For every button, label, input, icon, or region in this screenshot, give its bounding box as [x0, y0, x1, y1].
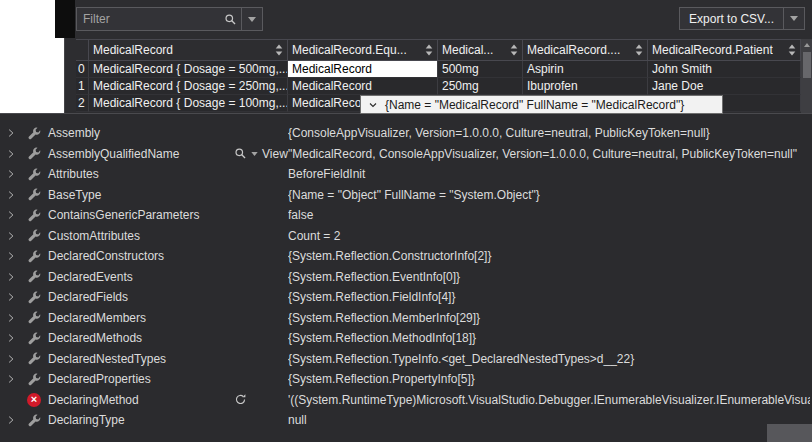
property-row[interactable]: DeclaredNestedTypes {System.Reflection.T…	[0, 349, 812, 370]
property-row[interactable]: CustomAttributes Count = 2	[0, 226, 812, 247]
datatip-header[interactable]: {Name = "MedicalRecord" FullName = "Medi…	[360, 95, 723, 114]
refresh-button[interactable]	[234, 393, 247, 406]
scroll-up-arrow-icon	[804, 43, 810, 47]
property-icon	[27, 413, 41, 427]
property-row[interactable]: AssemblyQualifiedName View "MedicalRecor…	[0, 144, 812, 165]
property-row[interactable]: DeclaredMembers {System.Reflection.Membe…	[0, 308, 812, 329]
expand-chevron-icon[interactable]	[5, 271, 17, 283]
column-header[interactable]: MedicalRecord....	[523, 40, 648, 60]
filter-box[interactable]	[76, 7, 263, 31]
expand-chevron-icon[interactable]	[5, 373, 17, 385]
view-button[interactable]: View	[234, 147, 288, 161]
property-value: BeforeFieldInit	[288, 167, 810, 181]
expand-chevron-icon[interactable]	[5, 312, 17, 324]
expand-chevron-icon[interactable]	[5, 353, 17, 365]
editor-fragment	[55, 0, 75, 38]
property-icon	[27, 208, 41, 222]
table-header: MedicalRecord MedicalRecord.Equ... Medic…	[76, 39, 812, 61]
cell-equ[interactable]: MedicalRecord	[288, 61, 438, 78]
property-row[interactable]: ContainsGenericParameters false	[0, 205, 812, 226]
expand-chevron-icon[interactable]	[5, 291, 17, 303]
property-row[interactable]: DeclaredConstructors {System.Reflection.…	[0, 246, 812, 267]
property-row[interactable]: DeclaredFields {System.Reflection.FieldI…	[0, 287, 812, 308]
property-row[interactable]: Assembly {ConsoleAppVisualizer, Version=…	[0, 123, 812, 144]
column-header-label: MedicalRecord.Equ...	[292, 43, 407, 57]
cell-medicalrecord[interactable]: MedicalRecord { Dosage = 250mg,...	[89, 78, 288, 95]
expand-chevron-icon[interactable]	[5, 168, 17, 180]
sort-icon	[510, 44, 518, 56]
column-header-label: MedicalRecord....	[527, 43, 620, 57]
column-header[interactable]: Medical...	[438, 40, 523, 60]
property-value: {Name = "Object" FullName = "System.Obje…	[288, 188, 810, 202]
property-name: DeclaringType	[48, 413, 125, 427]
property-panel: Assembly {ConsoleAppVisualizer, Version=…	[0, 113, 812, 442]
property-name: ContainsGenericParameters	[48, 208, 199, 222]
column-header[interactable]: MedicalRecord	[89, 40, 288, 60]
expand-chevron-icon[interactable]	[5, 189, 17, 201]
view-button-label: View	[262, 147, 288, 161]
property-name: DeclaredConstructors	[48, 249, 164, 263]
property-row[interactable]: DeclaredMethods {System.Reflection.Metho…	[0, 328, 812, 349]
property-value: '((System.RuntimeType)Microsoft.VisualSt…	[288, 393, 810, 407]
column-header-label: MedicalRecord.Patient	[652, 43, 773, 57]
sort-icon	[635, 44, 643, 56]
expand-chevron-icon[interactable]	[5, 209, 17, 221]
action-slot: View	[234, 144, 288, 165]
search-icon[interactable]	[220, 13, 241, 26]
export-label: Export to CSV...	[680, 12, 783, 26]
property-name: Assembly	[48, 126, 100, 140]
cell-medication[interactable]: Ibuprofen	[523, 78, 648, 95]
property-name: BaseType	[48, 188, 101, 202]
property-value: {System.Reflection.MemberInfo[29]}	[288, 311, 810, 325]
export-to-csv-button[interactable]: Export to CSV...	[679, 7, 805, 30]
collapse-chevron-icon[interactable]	[367, 99, 379, 111]
property-name: DeclaredMembers	[48, 311, 146, 325]
scrollbar-corner[interactable]	[767, 424, 812, 442]
property-row[interactable]: Attributes BeforeFieldInit	[0, 164, 812, 185]
cell-medicalrecord[interactable]: MedicalRecord { Dosage = 500mg,...	[89, 61, 288, 78]
column-header[interactable]: MedicalRecord.Patient	[648, 40, 801, 60]
cell-dosage[interactable]: 250mg	[438, 78, 523, 95]
expand-chevron-icon[interactable]	[5, 148, 17, 160]
table-scrollbar[interactable]	[801, 39, 812, 115]
table-row[interactable]: 1 MedicalRecord { Dosage = 250mg,... Med…	[76, 78, 812, 95]
cell-patient[interactable]: Jane Doe	[648, 78, 801, 95]
property-value: {System.Reflection.PropertyInfo[5]}	[288, 372, 810, 386]
property-name: DeclaredMethods	[48, 331, 142, 345]
cell-patient[interactable]: John Smith	[648, 61, 801, 78]
property-value: {System.Reflection.EventInfo[0]}	[288, 270, 810, 284]
table-row[interactable]: 0 MedicalRecord { Dosage = 500mg,... Med…	[76, 61, 812, 78]
filter-input[interactable]	[77, 12, 220, 26]
property-name: DeclaringMethod	[48, 393, 139, 407]
property-name: DeclaredEvents	[48, 270, 133, 284]
column-header-label: MedicalRecord	[93, 43, 173, 57]
property-icon	[27, 311, 41, 325]
property-row[interactable]: DeclaredProperties {System.Reflection.Pr…	[0, 369, 812, 390]
property-value: {ConsoleAppVisualizer, Version=1.0.0.0, …	[288, 126, 810, 140]
property-name: CustomAttributes	[48, 229, 140, 243]
expand-chevron-icon[interactable]	[5, 332, 17, 344]
export-dropdown-caret-icon[interactable]	[784, 16, 804, 21]
property-row[interactable]: DeclaredEvents {System.Reflection.EventI…	[0, 267, 812, 288]
property-row[interactable]: × DeclaringMethod '((System.RuntimeType)…	[0, 390, 812, 411]
expand-chevron-icon[interactable]	[5, 127, 17, 139]
column-header[interactable]: MedicalRecord.Equ...	[288, 40, 438, 60]
scroll-up-button[interactable]	[801, 39, 812, 51]
filter-dropdown-caret-icon[interactable]	[242, 17, 262, 22]
sort-icon	[425, 44, 433, 56]
cell-medication[interactable]: Aspirin	[523, 61, 648, 78]
cell-dosage[interactable]: 500mg	[438, 61, 523, 78]
scrollbar-thumb[interactable]	[803, 52, 811, 78]
datatip-header-text: {Name = "MedicalRecord" FullName = "Medi…	[385, 98, 684, 112]
expand-chevron-icon[interactable]	[5, 250, 17, 262]
property-name: DeclaredFields	[48, 290, 128, 304]
expand-chevron-icon[interactable]	[5, 230, 17, 242]
property-row[interactable]: BaseType {Name = "Object" FullName = "Sy…	[0, 185, 812, 206]
expand-chevron-icon[interactable]	[5, 414, 17, 426]
property-row[interactable]: DeclaringType null	[0, 410, 812, 431]
cell-equ[interactable]: MedicalRecord	[288, 78, 438, 95]
row-number-cell: 0	[76, 61, 89, 78]
cell-medicalrecord[interactable]: MedicalRecord { Dosage = 100mg,...	[89, 95, 288, 112]
column-header-rownum[interactable]	[76, 40, 89, 60]
property-icon	[27, 352, 41, 366]
